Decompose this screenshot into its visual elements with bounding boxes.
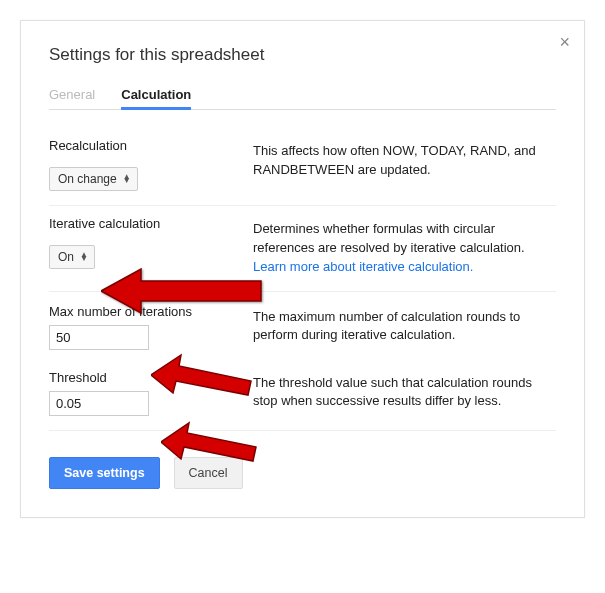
recalculation-label: Recalculation [49,138,229,153]
iterative-label: Iterative calculation [49,216,229,231]
subsection-max-iterations: Max number of iterations The maximum num… [49,291,556,350]
threshold-input[interactable] [49,391,149,416]
dialog-title: Settings for this spreadsheet [49,45,556,65]
tabs: General Calculation [49,87,556,110]
close-icon[interactable]: × [559,33,570,51]
iterative-value: On [58,250,74,264]
save-button[interactable]: Save settings [49,457,160,489]
max-iterations-help: The maximum number of calculation rounds… [253,304,556,346]
updown-icon: ▲▼ [123,175,131,183]
iterative-learn-more-link[interactable]: Learn more about iterative calculation. [253,259,473,274]
tab-general[interactable]: General [49,87,95,109]
threshold-label: Threshold [49,370,229,385]
iterative-select[interactable]: On ▲▼ [49,245,95,269]
section-iterative: Iterative calculation On ▲▼ Determines w… [49,206,556,431]
updown-icon: ▲▼ [80,253,88,261]
max-iterations-label: Max number of iterations [49,304,229,319]
iterative-help: Determines whether formulas with circula… [253,221,525,255]
dialog-buttons: Save settings Cancel [49,457,556,489]
subsection-threshold: Threshold The threshold value such that … [49,364,556,416]
recalculation-help: This affects how often NOW, TODAY, RAND,… [253,138,556,180]
tab-calculation[interactable]: Calculation [121,87,191,109]
cancel-button[interactable]: Cancel [174,457,243,489]
settings-dialog: × Settings for this spreadsheet General … [20,20,585,518]
max-iterations-input[interactable] [49,325,149,350]
recalculation-value: On change [58,172,117,186]
section-recalculation: Recalculation On change ▲▼ This affects … [49,128,556,206]
threshold-help: The threshold value such that calculatio… [253,370,556,412]
recalculation-select[interactable]: On change ▲▼ [49,167,138,191]
